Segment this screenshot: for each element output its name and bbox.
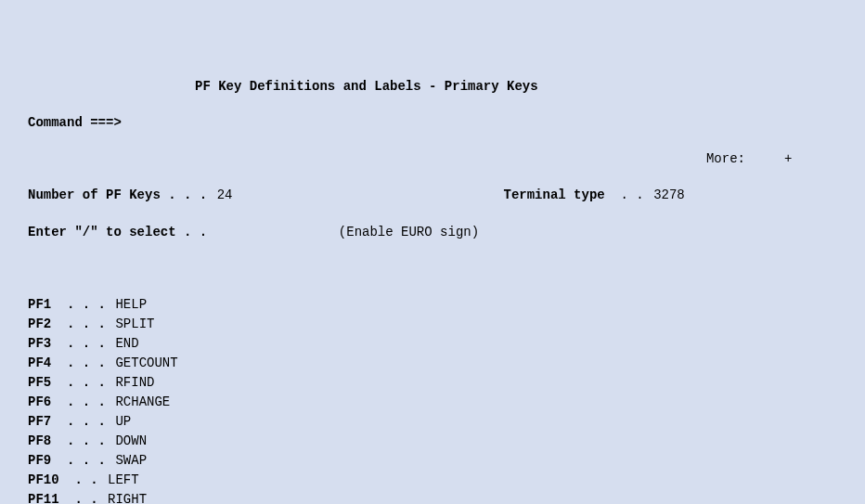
pf-def-row: PF3 . . . — [0, 334, 865, 354]
pf-key-name: PF8 . . . — [28, 433, 106, 448]
pf-def-row: PF4 . . . — [0, 354, 865, 373]
command-input[interactable] — [129, 113, 690, 133]
pf-key-value-input[interactable] — [113, 393, 265, 412]
pf-key-value-input[interactable] — [113, 354, 265, 373]
pf-key-value-input[interactable] — [113, 334, 265, 354]
pf-def-row: PF9 . . . — [0, 451, 865, 471]
terminal-type-input[interactable] — [652, 186, 729, 205]
num-pf-keys-label: Number of PF Keys . . . — [28, 187, 207, 202]
pf-key-name: PF4 . . . — [28, 355, 106, 370]
pf-def-row: PF6 . . . — [0, 393, 865, 412]
pf-def-row: PF11 . . — [0, 490, 865, 504]
pf-def-row: PF10 . . — [0, 471, 865, 490]
pf-key-name: PF7 . . . — [28, 414, 106, 429]
terminal-type-label: Terminal type — [503, 187, 604, 202]
more-plus: + — [784, 151, 792, 166]
pf-key-value-input[interactable] — [113, 432, 265, 451]
pf-key-value-input[interactable] — [113, 373, 265, 393]
pf-key-name: PF2 . . . — [28, 317, 106, 331]
blank-row — [0, 260, 865, 278]
euro-hint: (Enable EURO sign) — [339, 225, 479, 239]
more-indicator-row: More: + — [0, 150, 865, 168]
pf-key-name: PF9 . . . — [28, 453, 106, 468]
pf-key-name: PF6 . . . — [28, 394, 106, 409]
select-label: Enter "/" to select . . — [28, 225, 207, 239]
pf-key-value-input[interactable] — [106, 471, 258, 490]
pf-key-value-input[interactable] — [113, 412, 265, 432]
pf-def-row: PF7 . . . — [0, 412, 865, 432]
num-pf-keys-input[interactable] — [215, 186, 293, 205]
pf-key-value-input[interactable] — [113, 451, 265, 471]
pf-key-value-input[interactable] — [113, 295, 265, 315]
pf-key-name: PF5 . . . — [28, 375, 106, 390]
pf-def-row: PF5 . . . — [0, 373, 865, 393]
select-input[interactable] — [215, 223, 238, 242]
pf-key-name: PF3 . . . — [28, 336, 106, 351]
page-title: PF Key Definitions and Labels - Primary … — [0, 78, 865, 96]
pf-def-row: PF8 . . . — [0, 432, 865, 451]
pf-def-row: PF2 . . . — [0, 315, 865, 334]
terminal-type-dots: . . — [621, 187, 644, 202]
pf-key-name: PF11 . . — [28, 492, 98, 504]
more-label: More: — [706, 151, 745, 166]
pf-key-value-input[interactable] — [113, 315, 265, 334]
command-prompt: Command ===> — [28, 115, 122, 130]
pf-key-value-input[interactable] — [106, 490, 258, 504]
pf-key-name: PF10 . . — [28, 472, 98, 487]
pf-def-row: PF1 . . . — [0, 295, 865, 315]
pf-key-name: PF1 . . . — [28, 297, 106, 312]
